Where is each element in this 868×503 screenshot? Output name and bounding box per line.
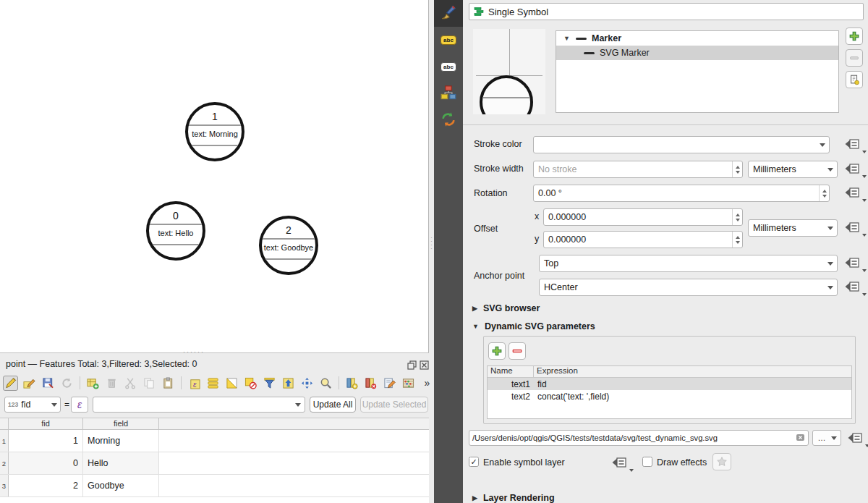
data-defined-override-offset[interactable] [844,221,866,235]
column-header-fid[interactable]: fid [9,418,83,429]
dock-icon[interactable] [407,360,417,369]
cell-field[interactable]: Goodbye [83,475,159,496]
data-defined-override-stroke-color[interactable] [844,138,866,152]
select-by-expression-icon[interactable]: ε [187,376,202,391]
browse-dropdown-button[interactable] [830,430,841,446]
overflow-icon[interactable]: » [420,376,435,391]
layer-rendering-section[interactable]: ▶ Layer Rendering [472,493,555,503]
styling-tab-diagrams[interactable] [434,80,463,107]
spinner-arrows[interactable] [732,161,742,177]
anchor-horizontal-dropdown[interactable]: HCenter [539,279,838,296]
parameter-row[interactable]: text2concat('text: ',field) [488,390,851,402]
table-row[interactable]: 20Hello [0,452,429,475]
toolbar-separator [80,376,80,389]
draw-effects-label: Draw effects [657,457,707,468]
pan-to-selection-icon[interactable] [299,376,315,391]
close-icon[interactable] [420,360,429,369]
toggle-editing-icon[interactable] [3,376,18,391]
data-defined-override-anchor-h[interactable] [844,280,866,295]
multi-edit-icon[interactable] [22,376,37,391]
symbology-type-selector[interactable]: Single Symbol [469,3,864,20]
feature-label-text: text: Goodbye [262,243,315,252]
data-defined-override-anchor-v[interactable] [844,256,866,271]
edit-attributes-icon[interactable] [382,376,397,391]
column-header-field[interactable]: field [83,418,159,429]
svg-marker-feature: 2text: Goodbye [259,216,318,275]
field-combobox[interactable]: 123 fid [4,397,61,413]
effects-customize-icon[interactable] [712,453,731,470]
styling-tab-history[interactable] [434,107,463,134]
vertical-splitter[interactable]: ···· [429,0,434,503]
data-defined-override-stroke-width[interactable] [844,162,866,177]
move-selection-top-icon[interactable] [281,376,296,391]
offset-unit-dropdown[interactable]: Millimeters [748,219,838,237]
svg-marker-preview [480,75,533,114]
table-row[interactable]: 32Goodbye [0,475,429,497]
svg-file-path-input[interactable]: /Users/denis/opt/qgis/QGIS/tests/testdat… [469,430,809,446]
zoom-to-selection-icon[interactable] [318,376,333,391]
save-edits-icon[interactable] [41,376,56,391]
stroke-color-dropdown[interactable] [533,136,830,153]
remove-parameter-icon[interactable] [509,342,526,360]
deselect-all-icon[interactable] [243,376,258,391]
table-row[interactable]: 11Morning [0,430,429,452]
browse-file-button[interactable]: … [812,430,831,446]
rotation-label: Rotation [474,188,508,198]
expression-input[interactable] [93,397,305,413]
expression-builder-button[interactable]: ε [71,397,88,413]
offset-y-input[interactable]: 0.000000 [543,231,743,248]
cell-fid[interactable]: 1 [9,430,83,452]
cell-fid[interactable]: 2 [9,475,83,496]
field-calculator-icon[interactable] [401,376,416,391]
invert-selection-icon[interactable] [224,376,239,391]
select-all-icon[interactable] [205,376,221,391]
update-selected-button: Update Selected [360,397,428,413]
parameter-table[interactable]: Name Expression text1fidtext2concat('tex… [487,365,852,419]
update-all-button[interactable]: Update All [310,397,356,413]
styling-tab-symbology[interactable] [434,0,463,27]
spinner-arrows[interactable] [732,232,742,248]
filter-features-icon[interactable] [262,376,277,391]
attribute-table[interactable]: fid field 11Morning20Hello32Goodbye [0,418,429,503]
chevron-right-icon: ▶ [472,305,477,312]
anchor-vertical-dropdown[interactable]: Top [539,255,838,272]
stroke-width-input[interactable]: No stroke [533,161,743,178]
chevron-down-icon [827,227,833,230]
paste-icon[interactable] [161,376,176,391]
new-field-icon[interactable] [344,376,359,391]
parameter-row[interactable]: text1fid [488,378,851,390]
map-canvas[interactable]: 1text: Morning0text: Hello2text: Goodbye [0,0,429,352]
enable-symbol-layer-checkbox[interactable]: ✓ [469,457,479,467]
delete-field-icon[interactable] [363,376,378,391]
duplicate-symbol-layer-icon[interactable] [846,71,863,88]
add-symbol-layer-icon[interactable] [846,28,863,45]
stroke-width-unit-dropdown[interactable]: Millimeters [748,161,838,178]
chevron-down-icon [827,262,833,266]
offset-x-input[interactable]: 0.000000 [543,208,743,226]
tree-item-svg-marker[interactable]: SVG Marker [556,46,838,60]
clear-icon[interactable] [796,433,805,444]
svg-browser-section[interactable]: ▶ SVG browser [472,303,540,313]
table-corner[interactable] [0,418,9,429]
tree-item-marker[interactable]: ▼ Marker [556,31,838,46]
rotation-input[interactable]: 0.00 ° [533,185,830,202]
add-parameter-icon[interactable] [488,342,506,360]
row-number[interactable]: 3 [0,475,9,496]
data-defined-override-rotation[interactable] [844,186,866,200]
spinner-arrows[interactable] [732,209,742,225]
chevron-down-icon[interactable]: ▼ [563,35,571,42]
styling-tab-labels[interactable]: abc [434,27,463,54]
cell-fid[interactable]: 0 [9,452,83,474]
draw-effects-checkbox[interactable] [642,457,652,467]
cell-field[interactable]: Morning [83,430,159,452]
add-feature-icon[interactable] [85,376,101,391]
dynamic-svg-parameters-section[interactable]: ▼ Dynamic SVG parameters [472,321,595,331]
row-number[interactable]: 1 [0,430,9,452]
data-defined-override-svg-path[interactable] [847,431,868,446]
row-number[interactable]: 2 [0,452,9,474]
styling-tab-masks[interactable]: abc [434,54,463,80]
spinner-arrows[interactable] [819,185,829,201]
cell-field[interactable]: Hello [83,452,159,474]
symbol-layer-tree[interactable]: ▼ Marker SVG Marker [556,30,839,113]
data-defined-override-enable-layer[interactable] [611,456,633,470]
